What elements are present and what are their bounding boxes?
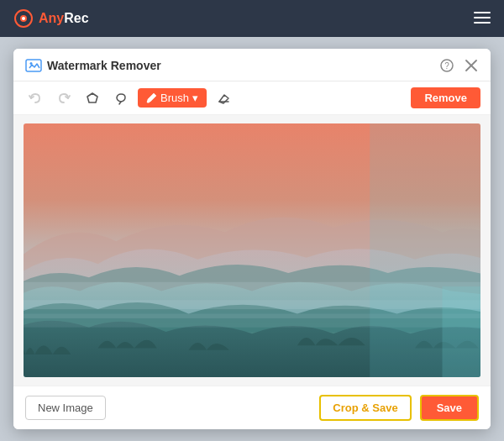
watermark-remover-icon (25, 57, 42, 74)
landscape-image (24, 123, 480, 377)
polygon-tool-button[interactable] (81, 88, 104, 108)
remove-button[interactable]: Remove (411, 87, 480, 108)
logo-text: AnyRec (39, 11, 89, 26)
svg-point-2 (22, 17, 25, 20)
undo-button[interactable] (24, 88, 47, 108)
brush-dropdown-arrow: ▾ (192, 92, 198, 104)
top-bar: AnyRec (0, 0, 504, 37)
watermark-remover-dialog: Watermark Remover ? (13, 49, 491, 429)
svg-point-7 (30, 62, 33, 65)
dialog-title: Watermark Remover (25, 57, 161, 74)
image-canvas (24, 123, 480, 377)
image-area (13, 115, 491, 386)
help-button[interactable]: ? (438, 57, 455, 74)
svg-rect-5 (474, 22, 491, 24)
anyrec-logo-icon (13, 8, 34, 29)
svg-rect-3 (474, 12, 491, 13)
dialog-controls: ? (438, 57, 479, 74)
bottom-bar: New Image Crop & Save Save (13, 386, 491, 429)
new-image-button[interactable]: New Image (25, 396, 106, 420)
dialog-title-text: Watermark Remover (47, 59, 161, 72)
brush-label: Brush (160, 92, 189, 104)
eraser-tool-button[interactable] (212, 88, 235, 108)
svg-point-13 (147, 101, 150, 103)
logo-area: AnyRec (13, 8, 89, 29)
svg-rect-4 (474, 17, 491, 18)
svg-marker-12 (87, 93, 97, 102)
brush-tool-button[interactable]: Brush ▾ (138, 88, 207, 108)
right-buttons: Crop & Save Save (319, 395, 479, 421)
hamburger-menu[interactable] (474, 10, 491, 28)
lasso-tool-button[interactable] (109, 88, 133, 108)
crop-save-button[interactable]: Crop & Save (319, 395, 411, 421)
dialog-title-bar: Watermark Remover ? (13, 49, 491, 81)
svg-text:?: ? (444, 61, 449, 71)
close-button[interactable] (464, 58, 479, 73)
redo-button[interactable] (52, 88, 76, 108)
save-button[interactable]: Save (420, 395, 479, 421)
main-background: Watermark Remover ? (0, 37, 504, 441)
toolbar: Brush ▾ Remove (13, 81, 491, 115)
svg-rect-20 (443, 286, 481, 377)
